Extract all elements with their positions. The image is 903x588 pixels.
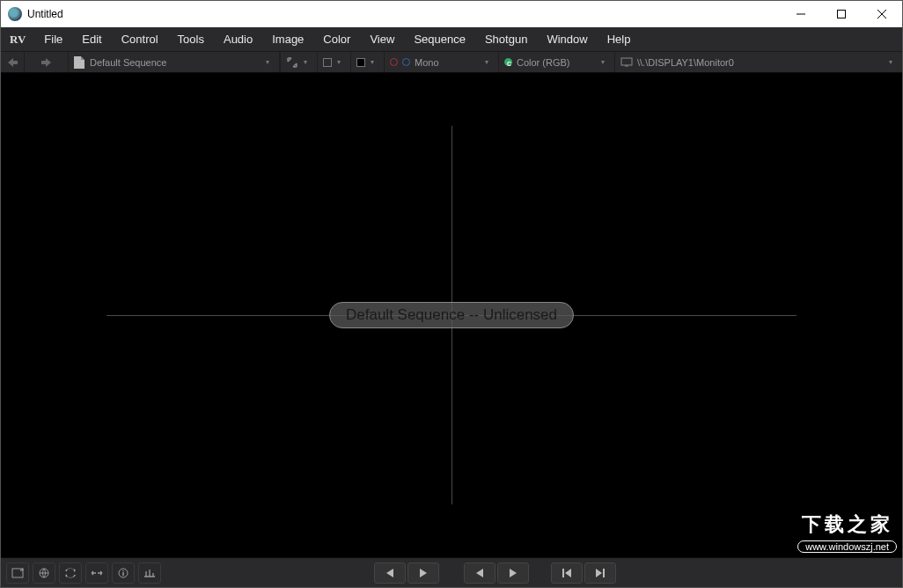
menu-image[interactable]: Image (262, 27, 313, 51)
chevron-down-icon: ▾ (265, 58, 274, 66)
color-selector[interactable]: C Color (RGB) ▾ (498, 52, 614, 72)
app-logo: RV (4, 33, 34, 47)
viewport-overlay-label: Default Sequence -- Unlicensed (329, 302, 574, 328)
menu-shotgun[interactable]: Shotgun (475, 27, 537, 51)
minimize-icon (797, 10, 805, 18)
chevron-down-icon: ▾ (600, 58, 609, 66)
maximize-button[interactable] (821, 1, 862, 27)
loop-icon (64, 568, 77, 578)
info-icon (117, 568, 129, 578)
sequence-label: Default Sequence (90, 57, 166, 68)
globe-icon (38, 568, 50, 578)
network-button[interactable] (33, 562, 55, 584)
svg-rect-0 (838, 11, 846, 18)
skip-controls (551, 562, 616, 584)
nav-forward-button[interactable] (25, 52, 69, 72)
compare-button[interactable] (85, 562, 108, 584)
play-forward-icon (418, 568, 429, 578)
svg-rect-1 (621, 58, 632, 65)
fullscreen-button[interactable] (6, 562, 29, 584)
skip-forward-icon (595, 568, 606, 578)
watermark-title: 下载之家 (797, 511, 897, 538)
menu-sequence[interactable]: Sequence (404, 27, 475, 51)
menu-control[interactable]: Control (112, 27, 168, 51)
document-icon (74, 56, 84, 69)
monitor-icon (620, 57, 633, 67)
skip-back-icon (562, 568, 572, 578)
arrow-right-icon (40, 57, 53, 68)
display-selector[interactable]: \\.\DISPLAY1\Monitor0 ▾ (614, 52, 902, 72)
chevron-down-icon: ▾ (336, 58, 345, 66)
bg-tool-button[interactable]: ▾ (350, 52, 384, 72)
timeline-button[interactable] (138, 562, 161, 584)
menu-window[interactable]: Window (537, 27, 597, 51)
info-button[interactable] (112, 562, 135, 584)
watermark: 下载之家 www.windowszj.net (792, 510, 902, 557)
skip-back-button[interactable] (551, 562, 583, 584)
arrow-left-icon (6, 57, 18, 68)
frame-tool-button[interactable]: ▾ (317, 52, 350, 72)
menu-view[interactable]: View (360, 27, 404, 51)
stereo-label: Mono (415, 57, 439, 68)
loop-button[interactable] (59, 562, 82, 584)
compare-icon (91, 568, 103, 578)
step-back-button[interactable] (464, 562, 496, 584)
minimize-button[interactable] (781, 1, 821, 27)
toolbar: Default Sequence ▾ ▾ ▾ ▾ Mono ▾ C Color … (1, 52, 902, 73)
window-title: Untitled (27, 8, 63, 20)
chevron-down-icon: ▾ (888, 58, 897, 66)
bg-swatch-icon (356, 58, 365, 67)
maximize-icon (837, 10, 846, 18)
app-icon (8, 7, 22, 21)
stereo-selector[interactable]: Mono ▾ (384, 52, 498, 72)
play-reverse-button[interactable] (374, 562, 406, 584)
menu-help[interactable]: Help (598, 27, 641, 51)
fit-icon (286, 56, 298, 69)
menu-audio[interactable]: Audio (214, 27, 262, 51)
nav-back-button[interactable] (1, 52, 25, 72)
viewport[interactable]: Default Sequence -- Unlicensed 下载之家 www.… (1, 73, 902, 557)
close-icon (877, 10, 886, 18)
frame-outline-icon (323, 58, 332, 67)
display-label: \\.\DISPLAY1\Monitor0 (637, 57, 734, 68)
timeline-icon (143, 568, 156, 578)
watermark-url: www.windowszj.net (797, 540, 897, 553)
skip-forward-button[interactable] (584, 562, 616, 584)
playback-controls (374, 562, 529, 584)
chevron-down-icon: ▾ (484, 58, 493, 66)
menu-edit[interactable]: Edit (72, 27, 111, 51)
chevron-down-icon: ▾ (370, 58, 378, 66)
fit-tool-button[interactable]: ▾ (280, 52, 317, 72)
close-button[interactable] (862, 1, 902, 27)
color-label: Color (RGB) (517, 57, 570, 68)
menubar: RV File Edit Control Tools Audio Image C… (1, 27, 902, 52)
play-forward-button[interactable] (407, 562, 439, 584)
bottombar (1, 557, 902, 587)
step-forward-icon (508, 568, 518, 578)
titlebar: Untitled (1, 1, 902, 27)
app-window: Untitled RV File Edit Control Tools Audi… (0, 0, 903, 588)
menu-color[interactable]: Color (313, 27, 360, 51)
step-back-icon (474, 568, 485, 578)
menu-tools[interactable]: Tools (168, 27, 214, 51)
fullscreen-icon (11, 568, 24, 578)
play-reverse-icon (385, 568, 395, 578)
stereo-left-icon (390, 58, 398, 66)
chevron-down-icon: ▾ (303, 58, 312, 66)
stereo-right-icon (402, 58, 410, 66)
sequence-selector[interactable]: Default Sequence ▾ (69, 52, 280, 72)
step-forward-button[interactable] (497, 562, 529, 584)
menu-file[interactable]: File (34, 27, 72, 51)
